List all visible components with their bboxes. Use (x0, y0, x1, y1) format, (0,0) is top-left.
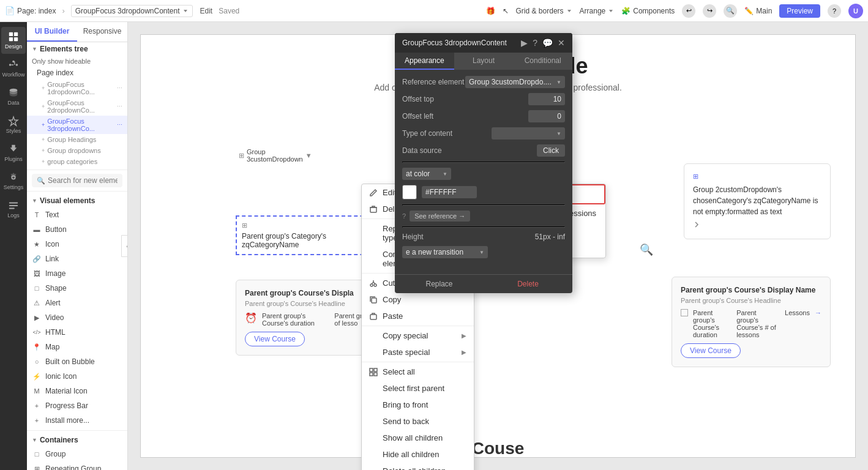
element-map[interactable]: 📍 Map (27, 340, 127, 354)
page-index-item[interactable]: Page index (27, 67, 127, 79)
element-ionicicon[interactable]: ⚡ Ionic Icon (27, 369, 127, 384)
preview-button[interactable]: Preview (779, 4, 820, 18)
gf-tab-conditional[interactable]: Conditional (513, 53, 572, 70)
gf-play-icon[interactable]: ▶ (521, 38, 528, 48)
color-input[interactable] (422, 186, 477, 198)
search-input[interactable] (48, 176, 118, 185)
offset-left-input[interactable] (528, 110, 565, 122)
element-html[interactable]: </> HTML (27, 325, 127, 340)
color-swatch[interactable] (402, 185, 417, 200)
view-course-button[interactable]: View Course (245, 332, 305, 346)
grid-borders-button[interactable]: Grid & borders (516, 7, 572, 15)
gf-tab-layout[interactable]: Layout (454, 53, 514, 70)
search-button[interactable]: 🔍 (724, 4, 737, 18)
sidebar-item-design[interactable]: Design (1, 27, 26, 54)
ctx-hideallchildren[interactable]: Hide all children (362, 446, 474, 463)
tab-ui-builder[interactable]: UI Builder (27, 22, 77, 42)
transition-select[interactable]: e a new transition (402, 246, 488, 258)
undo-button[interactable]: ↩ (682, 4, 695, 18)
tree-item-gf2[interactable]: + GroupFocus 2dropdownCo... ⋯ (27, 97, 127, 116)
page-icon: 📄 (5, 6, 15, 15)
element-search[interactable]: 🔍 (32, 174, 122, 187)
main-button[interactable]: ✏️ Main (744, 7, 772, 15)
gf-panel-body: Reference element Group 3customDropdo...… (395, 70, 572, 269)
redo-button[interactable]: ↪ (703, 4, 716, 18)
ctx-bringtofront[interactable]: Bring to front (362, 397, 474, 413)
element-shape[interactable]: □ Shape (27, 281, 127, 296)
sidebar-item-settings[interactable]: Settings (1, 168, 26, 195)
gf-info-icon[interactable]: ? (533, 38, 537, 48)
element-group[interactable]: □ Group (27, 447, 127, 461)
sidebar-item-styles[interactable]: Styles (1, 111, 26, 138)
svg-rect-9 (9, 205, 18, 206)
element-link[interactable]: 🔗 Link (27, 252, 127, 266)
gf-replace-button[interactable]: Replace (395, 275, 484, 293)
components-button[interactable]: 🧩 Components (621, 7, 675, 15)
only-show-hideable[interactable]: Only show hideable (27, 56, 127, 67)
ctx-sendtoback[interactable]: Send to back (362, 413, 474, 430)
gf-delete-button[interactable]: Delete (484, 275, 572, 293)
offset-top-row: Offset top (402, 93, 565, 105)
element-builtonbubble[interactable]: ○ Built on Bubble (27, 354, 127, 369)
tree-item-gf1[interactable]: + GroupFocus 1dropdownCo... ⋯ (27, 79, 127, 97)
ctx-copyspecial[interactable]: Copy special ▶ (362, 327, 474, 344)
selected-element-box[interactable]: ⊞ Parent group's Category's zqCategoryNa… (236, 215, 383, 255)
type-of-content-dropdown-wrap[interactable] (492, 127, 565, 140)
reference-element-select[interactable]: Group 3customDropdo.... (465, 76, 565, 88)
containers-header[interactable]: ▼ Containers (27, 433, 127, 447)
ctx-showallchildren[interactable]: Show all children (362, 430, 474, 446)
gf-close-icon[interactable]: ✕ (558, 38, 565, 48)
ctx-copy[interactable]: Copy (362, 291, 474, 308)
element-repeatinggroup[interactable]: ⊞ Repeating Group (27, 461, 127, 470)
element-icon[interactable]: ★ Icon (27, 237, 127, 252)
right-lessons: Parent group's Course's # of lessons (736, 309, 780, 338)
ctx-selectfirstparent[interactable]: Select first parent (362, 380, 474, 397)
element-image[interactable]: 🖼 Image (27, 266, 127, 281)
page-dropdown[interactable]: GroupFocus 3dropdownContent (71, 5, 193, 17)
offset-top-input[interactable] (528, 93, 565, 105)
ctx-selectall[interactable]: Select all (362, 364, 474, 380)
ctx-pastespecial[interactable]: Paste special ▶ (362, 344, 474, 360)
element-button[interactable]: ▬ Button (27, 222, 127, 237)
elements-tree-header[interactable]: ▼ Elements tree (27, 42, 127, 56)
ctx-paste[interactable]: Paste (362, 308, 474, 324)
element-materialicon[interactable]: M Material Icon (27, 384, 127, 398)
cursor-button[interactable]: ↖ (503, 7, 509, 15)
bg-color-type-dropdown-wrap[interactable]: at color (402, 168, 451, 180)
element-installmore[interactable]: + Install more... (27, 413, 127, 428)
panel-collapse-button[interactable]: ‹ (121, 235, 128, 257)
help-button[interactable]: ? (828, 4, 841, 18)
type-of-content-select[interactable] (492, 127, 565, 140)
repeatinggroup-icon: ⊞ (32, 464, 42, 470)
data-source-button[interactable]: Click (537, 144, 565, 157)
tab-responsive[interactable]: Responsive (77, 22, 127, 42)
element-text[interactable]: T Text (27, 207, 127, 222)
sidebar-item-workflow[interactable]: Workflow (1, 55, 26, 82)
tree-item-gf3[interactable]: + GroupFocus 3dropdownCo... ⋯ (27, 116, 127, 134)
convert-icon (369, 255, 378, 263)
tree-item-gc[interactable]: + group categories (27, 156, 127, 167)
saved-label: Saved (219, 7, 239, 15)
element-video[interactable]: ▶ Video (27, 310, 127, 325)
bg-color-type-select[interactable]: at color (402, 168, 451, 180)
transition-dropdown-wrap[interactable]: e a new transition (402, 246, 488, 258)
visual-elements-header[interactable]: ▼ Visual elements (27, 194, 127, 207)
tree-item-gh[interactable]: + Group Headings (27, 134, 127, 145)
arrange-button[interactable]: Arrange (580, 7, 615, 15)
tree-item-gd[interactable]: + Group dropdowns (27, 145, 127, 156)
right-course-card[interactable]: Parent group's Course's Display Name Par… (672, 277, 831, 367)
selected-element-header: ⊞ (242, 222, 376, 229)
gf-tab-appearance[interactable]: Appearance (395, 53, 454, 70)
see-reference-button[interactable]: See reference → (410, 211, 470, 222)
sidebar-item-data[interactable]: Data (1, 83, 26, 110)
element-progressbar[interactable]: + Progress Bar (27, 398, 127, 413)
sidebar-item-plugins[interactable]: Plugins (1, 140, 26, 166)
gf-chat-icon[interactable]: 💬 (542, 38, 553, 48)
element-alert[interactable]: ⚠ Alert (27, 296, 127, 310)
reference-element-dropdown-wrap[interactable]: Group 3customDropdo.... (465, 76, 565, 88)
gift-button[interactable]: 🎁 (486, 7, 495, 15)
ctx-deleteallchildren[interactable]: Delete all children (362, 463, 474, 470)
avatar[interactable]: U (848, 4, 863, 18)
sidebar-item-logs[interactable]: Logs (1, 196, 26, 223)
right-view-course-button[interactable]: View Course (681, 343, 741, 358)
